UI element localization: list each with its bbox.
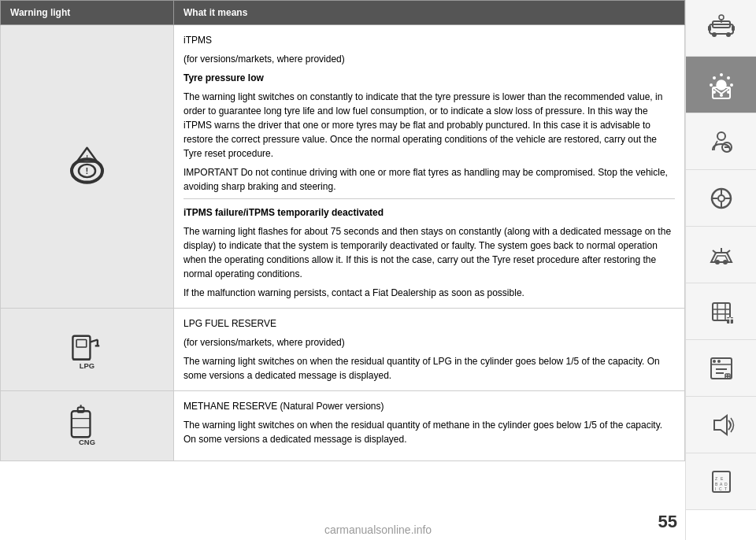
icon-cell-tpms: ! ! (1, 25, 174, 309)
svg-text:C: C (719, 486, 722, 491)
controls-icon (706, 183, 736, 213)
table-row: LPG LPG FUEL RESERVE (for versions/marke… (1, 309, 685, 391)
index-icon: Z E B A D I C T (706, 467, 736, 497)
svg-rect-6 (76, 340, 87, 347)
svg-text:!: ! (86, 153, 88, 161)
lpg-icon: LPG (65, 323, 109, 374)
svg-point-33 (727, 76, 730, 80)
cng-title: METHANE RESERVE (Natural Power versions) (183, 399, 675, 413)
svg-text:I: I (715, 486, 716, 491)
technical-icon (706, 353, 736, 383)
svg-point-24 (719, 15, 724, 20)
audio-icon (706, 410, 736, 440)
maintenance-icon (706, 297, 736, 327)
svg-point-49 (723, 260, 728, 264)
svg-point-48 (715, 260, 720, 264)
driving-icon (706, 240, 736, 270)
table-wrapper: Warning light What it means (0, 0, 685, 540)
svg-point-61 (717, 360, 721, 363)
col-header-warning: Warning light (1, 1, 174, 25)
cng-icon: CNG (65, 399, 109, 450)
sidebar-item-driving[interactable] (686, 227, 756, 283)
svg-rect-12 (72, 411, 91, 437)
svg-point-30 (730, 83, 733, 87)
tpms-para1: The warning light switches on constantly… (183, 90, 675, 161)
tpms-icon: ! ! (61, 140, 113, 191)
svg-point-26 (717, 80, 726, 90)
content-cell-lpg: LPG FUEL RESERVE (for versions/markets, … (174, 309, 685, 391)
sidebar-item-safety[interactable] (686, 113, 756, 170)
svg-point-29 (710, 83, 713, 87)
svg-point-36 (717, 132, 725, 140)
sidebar-item-controls[interactable] (686, 170, 756, 227)
col-header-meaning: What it means (174, 1, 685, 25)
tpms-title: iTPMS (183, 33, 675, 47)
content-cell-tpms: iTPMS (for versions/markets, where provi… (174, 25, 685, 309)
warning-table: Warning light What it means (0, 0, 685, 461)
table-row: ! ! iTPMS (for versions/markets, where p… (1, 25, 685, 309)
tpms-subtitle: (for versions/markets, where provided) (183, 52, 675, 66)
tpms-bold2: iTPMS failure/iTPMS temporarily deactiva… (183, 205, 675, 220)
lpg-para1: The warning light switches on when the r… (183, 354, 675, 383)
svg-point-40 (718, 195, 724, 202)
icon-cell-cng: CNG (1, 391, 174, 461)
cng-para1: The warning light switches on when the r… (183, 418, 675, 446)
svg-text:T: T (724, 486, 727, 491)
sidebar-item-technical[interactable] (686, 340, 756, 397)
lpg-title: LPG FUEL RESERVE (183, 316, 675, 331)
svg-text:CNG: CNG (79, 438, 95, 446)
svg-line-7 (90, 340, 97, 342)
page-container: Warning light What it means (0, 0, 756, 540)
car-icon (706, 13, 736, 43)
table-row: CNG METHANE RESERVE (Natural Power versi… (1, 391, 685, 461)
svg-text:LPG: LPG (80, 361, 94, 370)
page-number: 55 (658, 512, 677, 532)
svg-rect-22 (708, 26, 711, 31)
sidebar-item-maintenance[interactable] (686, 283, 756, 340)
svg-marker-67 (714, 416, 727, 435)
main-content: Warning light What it means (0, 0, 685, 540)
svg-text:Z: Z (715, 476, 717, 481)
icon-cell-lpg: LPG (1, 309, 174, 391)
lpg-subtitle: (for versions/markets, where provided) (183, 335, 675, 350)
sidebar-item-audio[interactable] (686, 397, 756, 453)
svg-rect-23 (732, 26, 735, 31)
tpms-para3: The warning light flashes for about 75 s… (183, 224, 675, 281)
svg-rect-13 (78, 408, 84, 412)
sidebar-item-warning[interactable] (686, 57, 756, 113)
svg-point-60 (713, 360, 716, 363)
safety-icon (706, 127, 736, 157)
tpms-para4: If the malfunction warning persists, con… (183, 286, 675, 300)
sidebar-item-index[interactable]: Z E B A D I C T (686, 453, 756, 510)
sidebar-item-car[interactable] (686, 0, 756, 57)
svg-point-20 (712, 32, 717, 37)
svg-text:E: E (721, 476, 724, 481)
svg-point-21 (726, 32, 731, 37)
svg-point-27 (720, 73, 723, 76)
svg-point-31 (713, 76, 716, 80)
content-cell-cng: METHANE RESERVE (Natural Power versions)… (174, 391, 685, 461)
warning-icon (706, 70, 736, 100)
sidebar: Z E B A D I C T (685, 0, 756, 540)
svg-text:!: ! (86, 166, 89, 176)
tpms-bold1: Tyre pressure low (183, 71, 675, 85)
tpms-para2: IMPORTANT Do not continue driving with o… (183, 165, 675, 194)
watermark: carmanualsonline.info (324, 523, 432, 536)
